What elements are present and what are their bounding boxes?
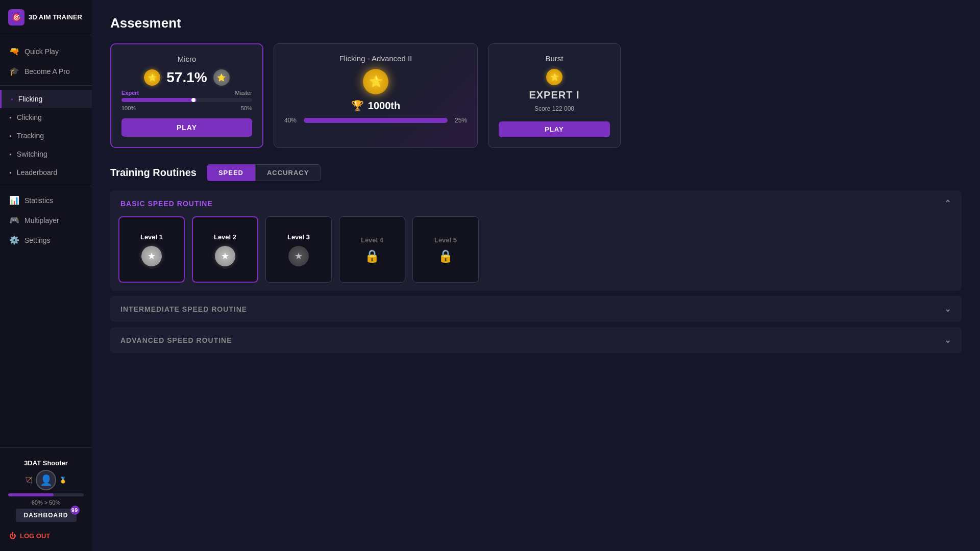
advanced-routine-header[interactable]: ADVANCED SPEED ROUTINE ⌄: [110, 327, 962, 353]
sidebar-item-label: Multiplayer: [24, 216, 59, 224]
rank-text: 1000th: [368, 100, 400, 112]
dot-icon: ●: [11, 97, 13, 102]
user-section: 3DAT Shooter 🏹 👤 🥇 60% > 50% DASHBOARD 9…: [0, 454, 92, 527]
level-3-card[interactable]: Level 3 ★: [265, 216, 332, 283]
trophy-icon: 🏆: [351, 99, 364, 112]
sidebar-item-label: Quick Play: [24, 47, 59, 56]
logout-button[interactable]: ⏻ LOG OUT: [0, 527, 92, 545]
micro-play-button[interactable]: PLAY: [121, 118, 252, 137]
expand-icon: ⌄: [944, 304, 951, 314]
level-5-label: Level 5: [434, 236, 457, 244]
sidebar-nav: 🔫 Quick Play 🎓 Become A Pro ● Flicking ●…: [0, 35, 92, 447]
sidebar-item-tracking[interactable]: ● Tracking: [0, 127, 92, 145]
burst-card-title: Burst: [499, 54, 610, 63]
level-2-card[interactable]: Level 2 ★: [192, 216, 258, 283]
training-header: Training Routines SPEED ACCURACY: [110, 164, 962, 181]
flicking-bar-row: 40% 25%: [284, 117, 467, 124]
user-avatar-row: 🏹 👤 🥇: [25, 470, 67, 490]
micro-card: Micro ⭐ 57.1% ⭐ Expert Master 100% 50% P…: [110, 43, 263, 148]
logo-icon: 🎯: [8, 9, 24, 26]
dot-icon: ●: [9, 115, 12, 120]
sidebar-item-label: Switching: [17, 150, 47, 158]
progress-to-label: Master: [235, 90, 252, 96]
sidebar-item-multiplayer[interactable]: 🎮 Multiplayer: [0, 210, 92, 230]
micro-score-pct: 57.1%: [166, 69, 207, 86]
page-title: Assesment: [110, 15, 962, 31]
level-4-label: Level 4: [361, 236, 383, 244]
burst-play-button[interactable]: PLAY: [499, 121, 610, 137]
assessment-cards: Micro ⭐ 57.1% ⭐ Expert Master 100% 50% P…: [110, 43, 962, 148]
intermediate-routine-header[interactable]: INTERMEDIATE SPEED ROUTINE ⌄: [110, 296, 962, 322]
user-progress-bar: [8, 493, 84, 496]
user-progress-text: 60% > 50%: [32, 499, 61, 506]
level-3-medal: ★: [288, 246, 309, 266]
level-2-label: Level 2: [214, 233, 236, 241]
micro-progress-fill: [121, 98, 193, 102]
basic-routine-section: BASIC SPEED ROUTINE ⌃ Level 1 ★ Level 2 …: [110, 190, 962, 291]
sidebar-item-label: Statistics: [24, 196, 53, 205]
level-2-medal: ★: [215, 246, 235, 266]
user-progress-fill: [8, 493, 54, 496]
flicking-bar-container: [304, 118, 448, 123]
advanced-routine-section: ADVANCED SPEED ROUTINE ⌄: [110, 327, 962, 353]
lock-icon-2: 🔒: [438, 249, 453, 263]
sidebar: 🎯 3D AIM TRAINER 🔫 Quick Play 🎓 Become A…: [0, 0, 92, 551]
sidebar-item-statistics[interactable]: 📊 Statistics: [0, 190, 92, 210]
sidebar-item-label: Clicking: [17, 113, 42, 121]
sidebar-item-quick-play[interactable]: 🔫 Quick Play: [0, 41, 92, 61]
rank-row: 🏆 1000th: [351, 99, 400, 112]
progress-labels: Expert Master: [121, 90, 252, 96]
routine-levels: Level 1 ★ Level 2 ★ Level 3 ★ Level 4 🔒: [110, 216, 962, 291]
nav-divider-2: [0, 186, 92, 186]
dashboard-button[interactable]: DASHBOARD 99: [16, 509, 77, 522]
progress-left-pct: 100%: [121, 105, 136, 111]
sidebar-item-settings[interactable]: ⚙️ Settings: [0, 230, 92, 250]
flicking-bar-fill: [304, 118, 448, 123]
level-1-card[interactable]: Level 1 ★: [118, 216, 185, 283]
level-3-label: Level 3: [287, 233, 310, 241]
micro-score-row: ⭐ 57.1% ⭐: [121, 69, 252, 86]
sidebar-bottom: 3DAT Shooter 🏹 👤 🥇 60% > 50% DASHBOARD 9…: [0, 447, 92, 551]
sidebar-item-leaderboard[interactable]: ● Leaderboard: [0, 163, 92, 182]
micro-progress-bar: [121, 98, 252, 102]
progress-right-pct: 50%: [241, 105, 252, 111]
sidebar-item-become-pro[interactable]: 🎓 Become A Pro: [0, 61, 92, 81]
dashboard-badge: 99: [70, 506, 80, 515]
advanced-routine-title: ADVANCED SPEED ROUTINE: [120, 336, 232, 344]
gear-icon: ⚙️: [9, 235, 19, 245]
sidebar-item-switching[interactable]: ● Switching: [0, 145, 92, 163]
collapse-icon: ⌃: [944, 198, 951, 208]
basic-routine-header[interactable]: BASIC SPEED ROUTINE ⌃: [110, 190, 962, 216]
expand-icon-2: ⌄: [944, 335, 951, 345]
logo-text: 3D AIM TRAINER: [29, 13, 82, 21]
burst-score: Score 122 000: [534, 105, 574, 112]
gun-icon: 🔫: [9, 46, 19, 56]
power-icon: ⏻: [9, 532, 16, 540]
flicking-medal-icon: ⭐: [363, 69, 388, 94]
badge-left-icon: 🏹: [25, 477, 33, 484]
sidebar-item-clicking[interactable]: ● Clicking: [0, 108, 92, 127]
speed-tab[interactable]: SPEED: [207, 164, 255, 181]
burst-inner: ⭐ EXPERT I Score 122 000 PLAY: [499, 69, 610, 137]
dot-icon: ●: [9, 134, 12, 138]
accuracy-tab[interactable]: ACCURACY: [255, 164, 321, 181]
app-logo: 🎯 3D AIM TRAINER: [0, 0, 92, 35]
avatar: 👤: [36, 470, 56, 490]
level-4-card[interactable]: Level 4 🔒: [339, 216, 405, 283]
level-1-label: Level 1: [140, 233, 163, 241]
level-1-medal: ★: [141, 246, 162, 266]
sidebar-item-flicking[interactable]: ● Flicking: [0, 90, 92, 108]
training-routines: Training Routines SPEED ACCURACY BASIC S…: [110, 164, 962, 353]
dot-icon: ●: [9, 170, 12, 175]
bar-right-label: 25%: [451, 117, 467, 124]
nav-divider: [0, 85, 92, 86]
multiplayer-icon: 🎮: [9, 215, 19, 225]
flicking-inner: ⭐ 🏆 1000th 40% 25%: [284, 69, 467, 124]
progress-thumb: [190, 98, 197, 102]
dot-icon: ●: [9, 152, 12, 157]
sidebar-item-label: Settings: [24, 236, 51, 244]
sidebar-item-label: Flicking: [18, 95, 42, 103]
level-5-card[interactable]: Level 5 🔒: [412, 216, 479, 283]
medal-gold-icon: ⭐: [144, 69, 160, 86]
basic-routine-title: BASIC SPEED ROUTINE: [120, 199, 213, 208]
